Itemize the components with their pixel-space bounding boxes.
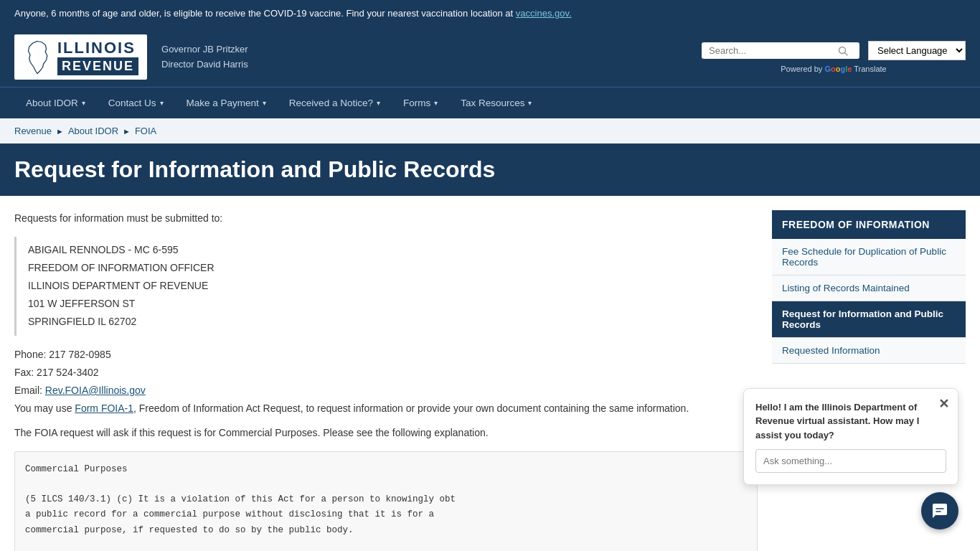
nav-about-idor[interactable]: About IDOR ▾ xyxy=(14,88,97,118)
email-link[interactable]: Rev.FOIA@Illinois.gov xyxy=(45,385,146,396)
form-text-before: You may use xyxy=(14,402,75,414)
nav-received-notice[interactable]: Received a Notice? ▾ xyxy=(278,88,392,118)
translate-dropdown[interactable]: Select Language xyxy=(868,41,966,60)
sidebar-link-requested-info[interactable]: Requested Information xyxy=(782,345,880,356)
breadcrumb-about-idor[interactable]: About IDOR xyxy=(68,126,118,136)
header-right: Select Language Powered by Google Transl… xyxy=(702,41,966,73)
code-line-1: Commercial Purposes xyxy=(25,462,747,477)
covid-banner: Anyone, 6 months of age and older, is el… xyxy=(0,0,980,27)
chat-widget: ✕ Hello! I am the Illinois Department of… xyxy=(743,388,958,530)
email-row: Email: Rev.FOIA@Illinois.gov xyxy=(14,382,758,400)
sidebar-header: FREEDOM OF INFORMATION xyxy=(772,210,966,239)
chevron-down-icon: ▾ xyxy=(377,99,380,107)
form-row: You may use Form FOIA-1, Freedom of Info… xyxy=(14,400,758,418)
page-title-section: Request for Information and Public Recor… xyxy=(0,143,980,196)
phone-text: Phone: 217 782-0985 xyxy=(14,346,758,364)
fax-text: Fax: 217 524-3402 xyxy=(14,364,758,382)
breadcrumb: Revenue ► About IDOR ► FOIA xyxy=(0,118,980,143)
breadcrumb-foia[interactable]: FOIA xyxy=(135,126,156,136)
contact-line-5: SPRINGFIELD IL 62702 xyxy=(28,313,746,331)
governor-line1: Governor JB Pritzker xyxy=(161,42,248,57)
sidebar-item-listing[interactable]: Listing of Records Maintained xyxy=(772,276,966,301)
nav-make-payment[interactable]: Make a Payment ▾ xyxy=(175,88,278,118)
logo[interactable]: ILLINOIS REVENUE xyxy=(14,34,147,80)
header: ILLINOIS REVENUE Governor JB Pritzker Di… xyxy=(0,27,980,87)
sidebar-link-request[interactable]: Request for Information and Public Recor… xyxy=(782,309,943,330)
contact-line-3: ILLINOIS DEPARTMENT OF REVENUE xyxy=(28,277,746,295)
chevron-down-icon: ▾ xyxy=(528,99,532,107)
chat-bubble: ✕ Hello! I am the Illinois Department of… xyxy=(743,388,958,486)
vaccines-link[interactable]: vaccines.gov. xyxy=(516,8,572,19)
governor-info: Governor JB Pritzker Director David Harr… xyxy=(161,42,248,72)
email-label: Email: xyxy=(14,385,45,396)
powered-by: Powered by Google Translate xyxy=(781,65,886,73)
page-title: Request for Information and Public Recor… xyxy=(14,156,966,183)
breadcrumb-revenue[interactable]: Revenue xyxy=(14,126,52,136)
contact-info: Phone: 217 782-0985 Fax: 217 524-3402 Em… xyxy=(14,346,758,418)
code-line-5: commercial purpose, if requested to do s… xyxy=(25,523,747,538)
svg-line-1 xyxy=(845,52,848,55)
chat-greeting: Hello! I am the Illinois Department of R… xyxy=(755,400,946,443)
search-translate-row: Select Language xyxy=(702,41,966,60)
chat-open-button[interactable] xyxy=(921,492,958,529)
covid-text: Anyone, 6 months of age and older, is el… xyxy=(14,8,516,19)
chevron-down-icon: ▾ xyxy=(434,99,438,107)
contact-line-2: FREEDOM OF INFORMATION OFFICER xyxy=(28,259,746,277)
search-icon xyxy=(838,46,848,56)
close-icon[interactable]: ✕ xyxy=(938,396,949,412)
chevron-down-icon: ▾ xyxy=(160,99,164,107)
state-outline-icon xyxy=(23,39,52,75)
code-line-3: (5 ILCS 140/3.1) (c) It is a violation o… xyxy=(25,492,747,507)
revenue-label: REVENUE xyxy=(57,57,138,75)
contact-block: ABIGAIL RENNOLDS - MC 6-595 FREEDOM OF I… xyxy=(14,237,758,336)
language-select[interactable]: Select Language xyxy=(868,41,966,60)
logo-text: ILLINOIS REVENUE xyxy=(57,39,138,75)
contact-line-4: 101 W JEFFERSON ST xyxy=(28,295,746,313)
breadcrumb-arrow-1: ► xyxy=(56,127,64,136)
chat-icon xyxy=(931,502,948,519)
search-box[interactable] xyxy=(702,42,859,59)
sidebar-item-fee-schedule[interactable]: Fee Schedule for Duplication of Public R… xyxy=(772,239,966,276)
nav-tax-resources[interactable]: Tax Resources ▾ xyxy=(449,88,543,118)
code-line-2 xyxy=(25,477,747,492)
nav-forms[interactable]: Forms ▾ xyxy=(392,88,449,118)
director-line2: Director David Harris xyxy=(161,57,248,72)
chevron-down-icon: ▾ xyxy=(82,99,85,107)
nav-contact-us[interactable]: Contact Us ▾ xyxy=(97,88,175,118)
sidebar-item-requested-info[interactable]: Requested Information xyxy=(772,338,966,364)
code-line-6 xyxy=(25,538,747,551)
code-line-4: a public record for a commercial purpose… xyxy=(25,507,747,522)
illinois-label: ILLINOIS xyxy=(57,39,138,57)
chevron-down-icon: ▾ xyxy=(263,99,266,107)
main-nav: About IDOR ▾ Contact Us ▾ Make a Payment… xyxy=(0,87,980,118)
sidebar-link-listing[interactable]: Listing of Records Maintained xyxy=(782,283,910,293)
intro-text: Requests for information must be submitt… xyxy=(14,210,758,226)
form-foia-link[interactable]: Form FOIA-1 xyxy=(75,402,133,414)
sidebar-link-fee-schedule[interactable]: Fee Schedule for Duplication of Public R… xyxy=(782,246,946,268)
breadcrumb-arrow-2: ► xyxy=(123,127,131,136)
form-text-after: , Freedom of Information Act Request, to… xyxy=(133,402,689,414)
search-input[interactable] xyxy=(709,45,838,56)
main-content: Requests for information must be submitt… xyxy=(14,210,758,551)
chat-input[interactable] xyxy=(755,449,946,473)
code-block: Commercial Purposes (5 ILCS 140/3.1) (c)… xyxy=(14,451,758,551)
header-left: ILLINOIS REVENUE Governor JB Pritzker Di… xyxy=(14,34,248,80)
foia-note: The FOIA request will ask if this reques… xyxy=(14,425,758,441)
sidebar-item-request[interactable]: Request for Information and Public Recor… xyxy=(772,301,966,338)
contact-line-1: ABIGAIL RENNOLDS - MC 6-595 xyxy=(28,241,746,259)
